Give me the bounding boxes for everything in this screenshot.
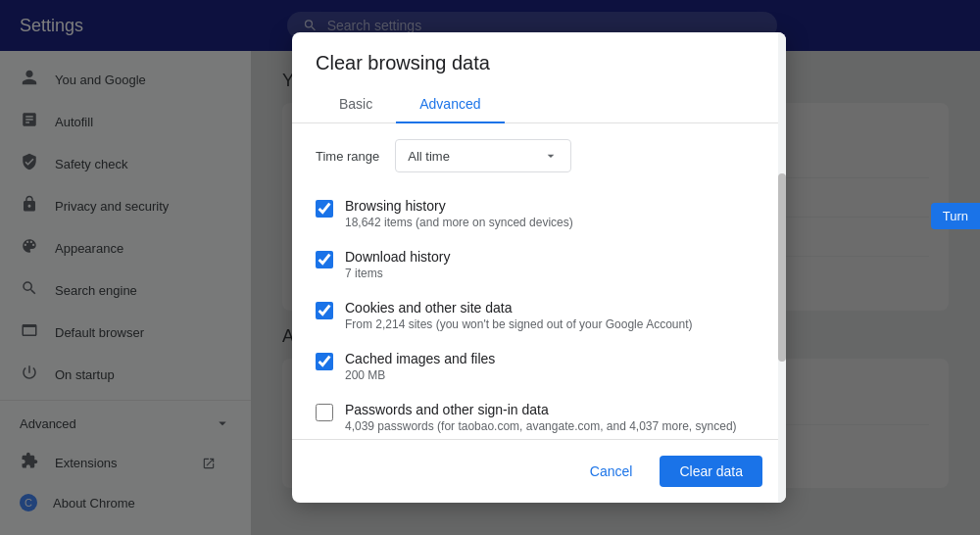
cached-images-label: Cached images and files (345, 351, 495, 366)
dialog-scrollbar[interactable] (778, 32, 786, 503)
time-range-dropdown[interactable]: All time Last hour Last 24 hours Last 7 … (408, 149, 535, 164)
time-range-select[interactable]: All time Last hour Last 24 hours Last 7 … (395, 139, 571, 172)
time-range-row: Time range All time Last hour Last 24 ho… (316, 139, 762, 172)
passwords-label: Passwords and other sign-in data (345, 402, 737, 417)
cookies-label: Cookies and other site data (345, 300, 693, 316)
browsing-history-desc: 18,642 items (and more on synced devices… (345, 216, 573, 229)
time-range-label: Time range (316, 149, 379, 164)
download-history-checkbox[interactable] (316, 251, 333, 268)
cookies-item: Cookies and other site data From 2,214 s… (316, 290, 762, 341)
passwords-item: Passwords and other sign-in data 4,039 p… (316, 392, 762, 439)
dialog-title: Clear browsing data (292, 32, 786, 86)
passwords-desc: 4,039 passwords (for taobao.com, avangat… (345, 419, 737, 433)
download-history-text: Download history 7 items (345, 249, 450, 280)
tab-advanced[interactable]: Advanced (396, 86, 504, 123)
download-history-desc: 7 items (345, 267, 450, 280)
clear-browsing-data-dialog: Clear browsing data Basic Advanced Time … (292, 32, 786, 503)
browsing-history-text: Browsing history 18,642 items (and more … (345, 198, 573, 229)
cookies-desc: From 2,214 sites (you won't be signed ou… (345, 317, 693, 331)
cached-images-text: Cached images and files 200 MB (345, 351, 495, 382)
dialog-tabs: Basic Advanced (292, 86, 786, 123)
modal-overlay[interactable]: Clear browsing data Basic Advanced Time … (0, 0, 980, 535)
passwords-text: Passwords and other sign-in data 4,039 p… (345, 402, 737, 433)
scrollbar-thumb (778, 173, 786, 362)
download-history-label: Download history (345, 249, 450, 265)
cached-images-checkbox[interactable] (316, 353, 333, 370)
passwords-checkbox[interactable] (316, 404, 333, 421)
download-history-item: Download history 7 items (316, 239, 762, 290)
dialog-footer: Cancel Clear data (292, 439, 786, 503)
clear-data-button[interactable]: Clear data (660, 456, 762, 487)
browsing-history-checkbox[interactable] (316, 200, 333, 218)
dropdown-arrow-icon (543, 148, 559, 164)
cached-images-desc: 200 MB (345, 368, 495, 382)
turn-on-button[interactable]: Turn (931, 203, 980, 229)
cancel-button[interactable]: Cancel (570, 456, 653, 487)
cookies-text: Cookies and other site data From 2,214 s… (345, 300, 693, 331)
cached-images-item: Cached images and files 200 MB (316, 341, 762, 392)
dialog-body: Time range All time Last hour Last 24 ho… (292, 123, 786, 439)
browsing-history-item: Browsing history 18,642 items (and more … (316, 188, 762, 239)
tab-basic[interactable]: Basic (316, 86, 396, 123)
cookies-checkbox[interactable] (316, 302, 333, 319)
browsing-history-label: Browsing history (345, 198, 573, 214)
